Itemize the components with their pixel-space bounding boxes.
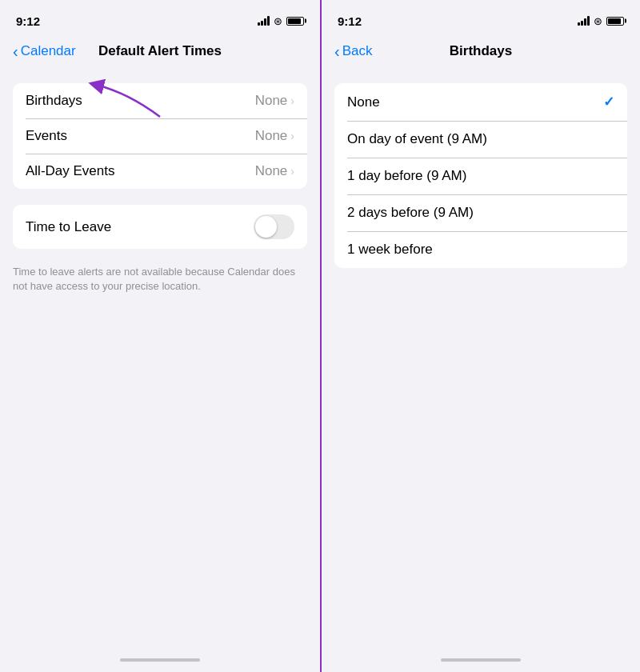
time-to-leave-row: Time to Leave bbox=[13, 205, 307, 249]
wifi-icon-right: ⊛ bbox=[594, 15, 602, 27]
status-icons-right: ⊛ bbox=[578, 15, 624, 27]
events-value-group: None › bbox=[255, 128, 294, 144]
page-title-right: Birthdays bbox=[450, 43, 512, 59]
checkmark-icon: ✓ bbox=[603, 94, 614, 110]
option-2-days-before[interactable]: 2 days before (9 AM) bbox=[334, 194, 627, 231]
birthdays-value-group: None › bbox=[255, 93, 294, 109]
nav-bar-right: ‹ Back Birthdays bbox=[322, 35, 640, 70]
back-label-right: Back bbox=[342, 43, 373, 59]
content-right: None ✓ On day of event (9 AM) 1 day befo… bbox=[322, 70, 640, 648]
wifi-icon: ⊛ bbox=[274, 15, 282, 27]
status-icons-left: ⊛ bbox=[258, 15, 304, 27]
birthdays-row[interactable]: Birthdays None › bbox=[13, 83, 307, 118]
battery-icon bbox=[286, 17, 304, 26]
time-to-leave-label: Time to Leave bbox=[26, 219, 111, 235]
back-button-right[interactable]: ‹ Back bbox=[334, 43, 372, 59]
status-bar-left: 9:12 ⊛ bbox=[0, 0, 320, 35]
home-bar-right bbox=[441, 658, 521, 662]
option-1-week-before-label: 1 week before bbox=[347, 242, 433, 258]
birthdays-label: Birthdays bbox=[26, 93, 82, 109]
back-label-left: Calendar bbox=[21, 43, 76, 59]
home-indicator-right bbox=[322, 648, 640, 672]
home-indicator-left bbox=[0, 648, 320, 672]
back-button-left[interactable]: ‹ Calendar bbox=[13, 43, 76, 59]
events-chevron-icon: › bbox=[290, 130, 294, 142]
home-bar-left bbox=[120, 658, 200, 662]
option-none[interactable]: None ✓ bbox=[334, 83, 627, 121]
chevron-left-icon-right: ‹ bbox=[334, 43, 340, 59]
status-time-left: 9:12 bbox=[16, 14, 40, 28]
birthdays-chevron-icon: › bbox=[290, 94, 294, 107]
allday-events-row[interactable]: All-Day Events None › bbox=[13, 154, 307, 189]
option-none-label: None bbox=[347, 94, 380, 110]
battery-icon-right bbox=[606, 17, 624, 26]
right-phone-panel: 9:12 ⊛ ‹ Back Birthdays None ✓ bbox=[320, 0, 640, 672]
option-1-day-before-label: 1 day before (9 AM) bbox=[347, 168, 466, 184]
option-1-day-before[interactable]: 1 day before (9 AM) bbox=[334, 158, 627, 194]
option-on-day-label: On day of event (9 AM) bbox=[347, 131, 487, 147]
alert-times-group: Birthdays None › Events None › All-Day E… bbox=[13, 83, 307, 189]
toggle-thumb bbox=[255, 216, 277, 238]
signal-icon bbox=[258, 16, 270, 26]
allday-events-label: All-Day Events bbox=[26, 163, 114, 179]
helper-text: Time to leave alerts are not available b… bbox=[0, 258, 320, 297]
nav-bar-left: ‹ Calendar Default Alert Times bbox=[0, 35, 320, 70]
page-title-left: Default Alert Times bbox=[98, 43, 222, 59]
option-1-week-before[interactable]: 1 week before bbox=[334, 231, 627, 268]
signal-icon-right bbox=[578, 16, 590, 26]
time-to-leave-toggle[interactable] bbox=[254, 214, 294, 239]
status-time-right: 9:12 bbox=[338, 14, 362, 28]
option-on-day[interactable]: On day of event (9 AM) bbox=[334, 121, 627, 158]
allday-events-value-group: None › bbox=[255, 163, 294, 179]
allday-events-value: None bbox=[255, 163, 288, 179]
events-value: None bbox=[255, 128, 288, 144]
allday-events-chevron-icon: › bbox=[290, 165, 294, 178]
events-row[interactable]: Events None › bbox=[13, 118, 307, 154]
chevron-left-icon: ‹ bbox=[13, 43, 18, 59]
option-2-days-before-label: 2 days before (9 AM) bbox=[347, 205, 474, 221]
content-left: Birthdays None › Events None › All-Day E… bbox=[0, 70, 320, 648]
birthdays-options-group: None ✓ On day of event (9 AM) 1 day befo… bbox=[334, 83, 627, 268]
status-bar-right: 9:12 ⊛ bbox=[322, 0, 640, 35]
time-to-leave-group: Time to Leave bbox=[13, 205, 307, 249]
birthdays-value: None bbox=[255, 93, 288, 109]
left-phone-panel: 9:12 ⊛ ‹ Calendar Default Alert Times Bi bbox=[0, 0, 320, 672]
events-label: Events bbox=[26, 128, 67, 144]
